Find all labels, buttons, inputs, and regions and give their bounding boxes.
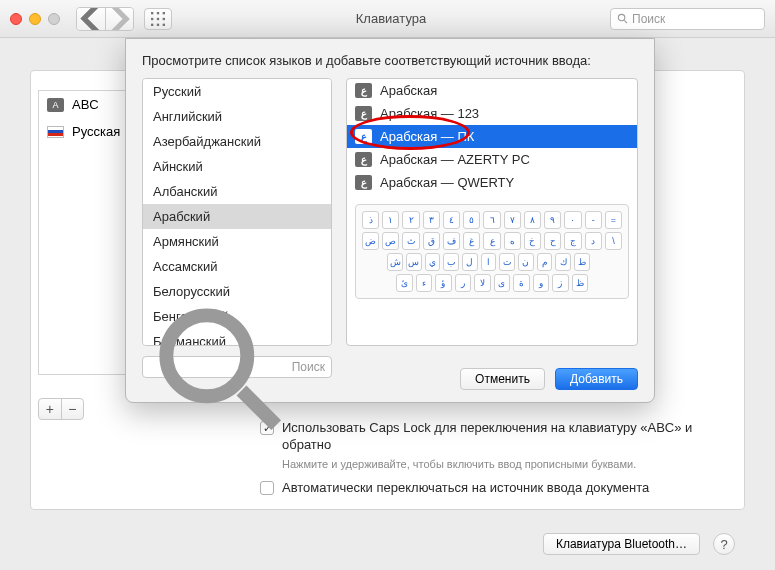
- svg-rect-0: [151, 12, 153, 14]
- language-item[interactable]: Ассамский: [143, 254, 331, 279]
- zoom-window-button[interactable]: [48, 13, 60, 25]
- key: ى: [494, 274, 511, 292]
- key: ٢: [402, 211, 419, 229]
- layout-item[interactable]: عАрабская — AZERTY PC: [347, 148, 637, 171]
- key: ر: [455, 274, 472, 292]
- language-item[interactable]: Армянский: [143, 229, 331, 254]
- language-item[interactable]: Русский: [143, 79, 331, 104]
- layout-item[interactable]: عАрабская: [347, 79, 637, 102]
- key: و: [533, 274, 550, 292]
- key: ط: [574, 253, 590, 271]
- search-icon: [617, 13, 628, 24]
- key: ن: [518, 253, 534, 271]
- sheet-search-input[interactable]: Поиск: [142, 356, 332, 378]
- options-group: Использовать Caps Lock для переключения …: [260, 420, 725, 503]
- svg-rect-8: [163, 23, 165, 25]
- nav-buttons: [76, 7, 134, 31]
- arabic-layout-icon: ع: [355, 129, 372, 144]
- key: ل: [462, 253, 478, 271]
- sheet-search-placeholder: Поиск: [292, 360, 325, 374]
- auto-switch-checkbox[interactable]: [260, 481, 274, 495]
- layout-label: Арабская — 123: [380, 106, 479, 121]
- key: لا: [474, 274, 491, 292]
- key: د: [585, 232, 602, 250]
- key: ك: [555, 253, 571, 271]
- key: =: [605, 211, 622, 229]
- remove-source-button[interactable]: −: [61, 399, 84, 419]
- window-title: Клавиатура: [182, 11, 600, 26]
- key: غ: [463, 232, 480, 250]
- key: ؤ: [435, 274, 452, 292]
- arabic-layout-icon: ع: [355, 175, 372, 190]
- layout-column: عАрабскаяعАрабская — 123عАрабская — ПКعА…: [346, 78, 638, 346]
- key: ي: [425, 253, 441, 271]
- sheet-prompt: Просмотрите список языков и добавьте соо…: [142, 53, 638, 68]
- key: ع: [483, 232, 500, 250]
- keyboard-preview: ذ١٢٣٤٥٦٧٨٩٠-=ضصثقفغعهخحجد\شسيبلاتنمكطئءؤ…: [355, 204, 629, 299]
- language-item[interactable]: Айнский: [143, 154, 331, 179]
- abc-icon: A: [47, 98, 64, 112]
- close-window-button[interactable]: [10, 13, 22, 25]
- help-button[interactable]: ?: [713, 533, 735, 555]
- arabic-layout-icon: ع: [355, 152, 372, 167]
- key: ٧: [504, 211, 521, 229]
- svg-rect-5: [163, 17, 165, 19]
- key: ء: [416, 274, 433, 292]
- key: ٤: [443, 211, 460, 229]
- layout-list[interactable]: عАрабскаяعАрабская — 123عАрабская — ПКعА…: [347, 79, 637, 194]
- key: ٩: [544, 211, 561, 229]
- arabic-layout-icon: ع: [355, 83, 372, 98]
- add-source-button[interactable]: +: [39, 399, 61, 419]
- key: ص: [382, 232, 399, 250]
- key: م: [537, 253, 553, 271]
- svg-rect-1: [157, 12, 159, 14]
- key: ٦: [483, 211, 500, 229]
- capslock-hint: Нажмите и удерживайте, чтобы включить вв…: [282, 458, 725, 470]
- svg-point-11: [166, 315, 247, 396]
- key: ١: [382, 211, 399, 229]
- svg-rect-6: [151, 23, 153, 25]
- search-icon: [149, 298, 288, 437]
- add-remove-controls: + −: [38, 398, 84, 420]
- key: ٥: [463, 211, 480, 229]
- key: س: [406, 253, 422, 271]
- minimize-window-button[interactable]: [29, 13, 41, 25]
- layout-label: Арабская: [380, 83, 437, 98]
- layout-item[interactable]: عАрабская — QWERTY: [347, 171, 637, 194]
- svg-rect-4: [157, 17, 159, 19]
- svg-rect-3: [151, 17, 153, 19]
- key: ا: [481, 253, 497, 271]
- flag-ru-icon: [47, 126, 64, 138]
- search-placeholder: Поиск: [632, 12, 665, 26]
- key: \: [605, 232, 622, 250]
- language-item[interactable]: Арабский: [143, 204, 331, 229]
- input-source-label: ABC: [72, 97, 99, 112]
- language-item[interactable]: Азербайджанский: [143, 129, 331, 154]
- layout-label: Арабская — ПК: [380, 129, 474, 144]
- key: ث: [402, 232, 419, 250]
- key: ض: [362, 232, 379, 250]
- svg-point-9: [618, 14, 624, 20]
- layout-item[interactable]: عАрабская — ПК: [347, 125, 637, 148]
- svg-rect-7: [157, 23, 159, 25]
- language-item[interactable]: Албанский: [143, 179, 331, 204]
- layout-item[interactable]: عАрабская — 123: [347, 102, 637, 125]
- key: ٠: [564, 211, 581, 229]
- key: ب: [443, 253, 459, 271]
- key: ش: [387, 253, 403, 271]
- key: خ: [524, 232, 541, 250]
- language-item[interactable]: Английский: [143, 104, 331, 129]
- auto-switch-label: Автоматически переключаться на источник …: [282, 480, 649, 497]
- key: ٨: [524, 211, 541, 229]
- input-source-label: Русская: [72, 124, 120, 139]
- key: ف: [443, 232, 460, 250]
- add-button[interactable]: Добавить: [555, 368, 638, 390]
- forward-button[interactable]: [105, 8, 133, 30]
- all-prefs-button[interactable]: [144, 8, 172, 30]
- key: ق: [423, 232, 440, 250]
- search-input[interactable]: Поиск: [610, 8, 765, 30]
- cancel-button[interactable]: Отменить: [460, 368, 545, 390]
- back-button[interactable]: [77, 8, 105, 30]
- bluetooth-keyboard-button[interactable]: Клавиатура Bluetooth…: [543, 533, 700, 555]
- titlebar: Клавиатура Поиск: [0, 0, 775, 38]
